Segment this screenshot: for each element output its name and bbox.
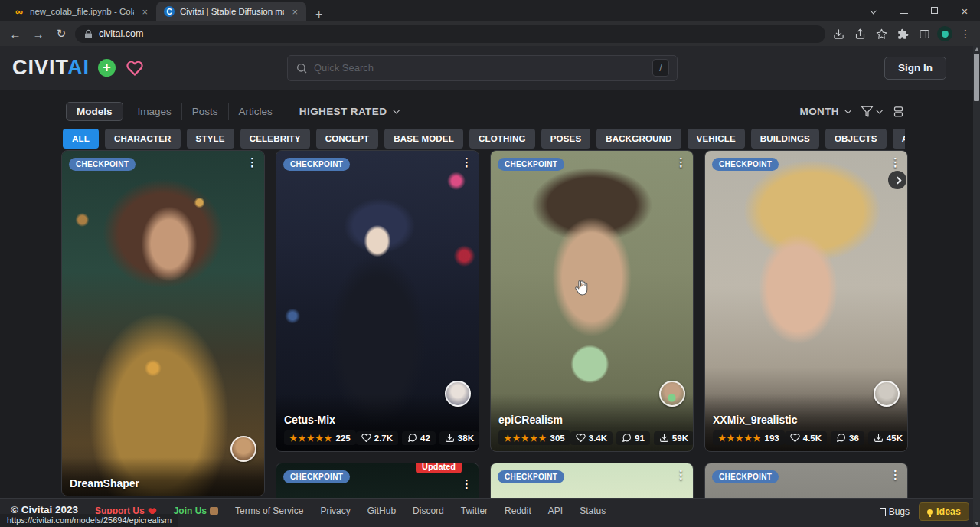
star-icons: ★★★★★	[718, 433, 762, 444]
filter-dropdown[interactable]	[861, 105, 881, 118]
footer-link-privacy[interactable]: Privacy	[320, 504, 350, 516]
side-panel-icon[interactable]	[916, 25, 933, 42]
likes-pill: 3.4K	[570, 431, 612, 445]
period-dropdown[interactable]: MONTH	[800, 106, 851, 117]
share-icon[interactable]	[851, 25, 868, 42]
layout-toggle-icon[interactable]	[892, 105, 905, 118]
footer-link-api[interactable]: API	[548, 504, 563, 516]
rating-pill: ★★★★★ 225	[284, 430, 356, 445]
browser-tab-colab[interactable]: ∞ new_colab_file.ipynb - Colaborat ×	[6, 2, 156, 21]
favorites-heart-icon[interactable]	[126, 60, 144, 77]
chip-base-model[interactable]: BASE MODEL	[384, 129, 463, 149]
site-header: CIVITAI + / Sign In	[0, 46, 980, 90]
page-scrollbar[interactable]	[973, 46, 980, 527]
card-menu-icon[interactable]: ⋮	[890, 468, 901, 482]
tab-close-icon[interactable]: ×	[139, 6, 150, 18]
checkpoint-badge: CHECKPOINT	[712, 470, 779, 483]
chips-scroll-next-button[interactable]	[888, 171, 906, 189]
reload-button[interactable]: ↻	[52, 25, 70, 43]
footer-link-github[interactable]: GitHub	[368, 504, 396, 516]
tab-posts[interactable]: Posts	[182, 103, 229, 120]
card-menu-icon[interactable]: ⋮	[675, 155, 687, 169]
grid-column: CHECKPOINT ⋮ DreamShaper	[61, 150, 265, 527]
address-bar[interactable]: civitai.com	[75, 25, 825, 43]
footer-link-discord[interactable]: Discord	[413, 504, 444, 516]
browser-tab-civitai[interactable]: C Civitai | Stable Diffusion models, ×	[156, 2, 306, 21]
extensions-puzzle-icon[interactable]	[894, 25, 911, 42]
tab-articles[interactable]: Articles	[229, 103, 283, 120]
browser-toolbar: ← → ↻ civitai.com ⋮	[0, 21, 980, 46]
chip-clothing[interactable]: CLOTHING	[469, 129, 535, 149]
download-page-icon[interactable]	[830, 25, 847, 42]
bugs-button[interactable]: Bugs	[880, 506, 910, 517]
footer-link-join[interactable]: Join Us	[174, 504, 218, 516]
chip-poses[interactable]: POSES	[541, 129, 591, 149]
minimize-button[interactable]	[888, 5, 919, 16]
close-window-button[interactable]: ×	[949, 5, 980, 18]
chip-all[interactable]: ALL	[63, 129, 99, 149]
new-tab-button[interactable]: +	[306, 8, 332, 21]
chip-celebrity[interactable]: CELEBRITY	[240, 129, 310, 149]
model-card-xxmix[interactable]: CHECKPOINT ⋮ XXMix_9realistic ★★★★★ 193	[704, 150, 908, 452]
forward-button[interactable]: →	[29, 25, 47, 43]
search-input[interactable]	[314, 62, 646, 74]
scroll-down-arrow[interactable]	[975, 522, 979, 525]
civitai-logo[interactable]: CIVITAI	[12, 56, 90, 80]
creator-avatar[interactable]	[659, 381, 685, 407]
creator-avatar[interactable]	[230, 436, 256, 462]
footer-link-status[interactable]: Status	[580, 504, 606, 516]
scroll-up-arrow[interactable]	[975, 47, 979, 51]
creator-avatar[interactable]	[445, 381, 471, 407]
star-icons: ★★★★★	[289, 433, 333, 444]
likes-pill: 2.7K	[356, 431, 398, 445]
tab-images[interactable]: Images	[128, 103, 182, 120]
chip-vehicle[interactable]: VEHICLE	[688, 129, 745, 149]
browser-tab-bar: ∞ new_colab_file.ipynb - Colaborat × C C…	[0, 0, 980, 21]
browser-menu-icon[interactable]: ⋮	[957, 25, 974, 42]
creator-avatar[interactable]	[874, 381, 900, 407]
download-icon	[874, 433, 884, 443]
chip-background[interactable]: BACKGROUND	[596, 129, 681, 149]
chip-animal[interactable]: ANIMAL	[893, 129, 905, 149]
chip-concept[interactable]: CONCEPT	[316, 129, 379, 149]
chip-character[interactable]: CHARACTER	[105, 129, 181, 149]
sort-dropdown[interactable]: HIGHEST RATED	[299, 106, 398, 117]
rating-count: 225	[336, 434, 351, 443]
card-menu-icon[interactable]: ⋮	[890, 155, 901, 169]
card-overlay: DreamShaper	[62, 457, 264, 496]
checkpoint-badge: CHECKPOINT	[283, 470, 350, 483]
comment-icon	[407, 433, 417, 443]
model-card-dreamshaper[interactable]: CHECKPOINT ⋮ DreamShaper	[61, 150, 265, 496]
chip-buildings[interactable]: BUILDINGS	[751, 129, 819, 149]
tab-close-icon[interactable]: ×	[289, 6, 300, 18]
ideas-button[interactable]: Ideas	[919, 502, 969, 521]
content-type-tabs: Models Images Posts Articles	[66, 102, 283, 121]
model-card-cetus-mix[interactable]: CHECKPOINT ⋮ Cetus-Mix ★★★★★ 225 2.7K	[276, 150, 479, 452]
card-menu-icon[interactable]: ⋮	[461, 155, 472, 169]
scrollbar-thumb[interactable]	[974, 54, 979, 101]
footer-link-reddit[interactable]: Reddit	[505, 504, 531, 516]
maximize-button[interactable]	[919, 5, 949, 16]
rating-pill: ★★★★★ 305	[498, 430, 570, 445]
model-card-epicrealism[interactable]: CHECKPOINT ⋮ epiCRealism ★★★★★ 305 3.4	[490, 150, 694, 452]
comments-pill: 42	[402, 431, 436, 445]
profile-avatar[interactable]	[937, 26, 952, 41]
card-menu-icon[interactable]: ⋮	[675, 468, 687, 482]
tab-search-icon[interactable]	[858, 5, 888, 16]
chip-style[interactable]: STYLE	[187, 129, 234, 149]
chip-objects[interactable]: OBJECTS	[825, 129, 887, 149]
back-button[interactable]: ←	[6, 25, 24, 43]
sign-in-button[interactable]: Sign In	[884, 57, 946, 80]
comments-count: 42	[420, 434, 430, 443]
footer-link-twitter[interactable]: Twitter	[461, 504, 488, 516]
footer-link-terms[interactable]: Terms of Service	[235, 504, 303, 516]
search-shortcut-key: /	[652, 59, 669, 77]
card-menu-icon[interactable]: ⋮	[461, 477, 472, 491]
add-model-button[interactable]: +	[98, 59, 116, 77]
tab-models[interactable]: Models	[66, 102, 123, 121]
bookmark-star-icon[interactable]	[873, 25, 890, 42]
search-bar[interactable]: /	[287, 55, 678, 81]
updated-badge: Updated	[416, 463, 462, 473]
checkpoint-badge: CHECKPOINT	[283, 158, 350, 171]
card-menu-icon[interactable]: ⋮	[247, 155, 258, 169]
